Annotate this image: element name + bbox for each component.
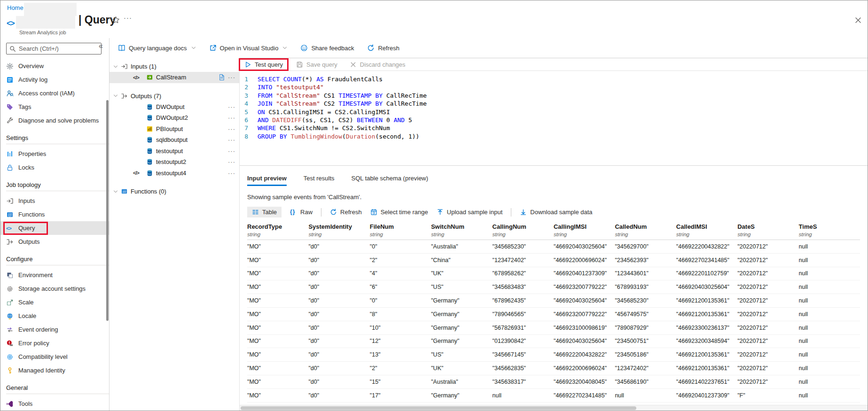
sidebar-item-properties[interactable]: Properties xyxy=(0,147,109,161)
close-blade-icon[interactable] xyxy=(854,16,862,24)
save-query-button[interactable]: Save query xyxy=(291,58,342,71)
tree-header-label: Functions (0) xyxy=(131,188,166,195)
table-cell: "234505186" xyxy=(615,351,676,358)
sidebar-item-locks[interactable]: Locks xyxy=(0,161,109,174)
table-cell: "466922000696024" xyxy=(554,365,615,372)
tree-item-testoutput2[interactable]: SQLtestoutput2··· xyxy=(109,156,239,168)
code-token xyxy=(287,132,291,140)
sidebar-item-locale[interactable]: Locale xyxy=(0,309,109,323)
sidebar-item-storage-account-settings[interactable]: Storage account settings xyxy=(0,282,109,295)
sidebar-item-activity-log[interactable]: Activity log xyxy=(0,73,109,86)
sidebar-item-access-control-iam[interactable]: Access control (IAM) xyxy=(0,86,109,100)
more-actions-icon[interactable]: ··· xyxy=(124,14,132,22)
sidebar-item-query[interactable]: <>Query xyxy=(0,221,109,235)
tab-input-preview[interactable]: Input preview xyxy=(247,175,287,186)
code-token: CallRecTime xyxy=(383,92,427,100)
item-menu-icon[interactable]: ··· xyxy=(228,147,235,155)
sidebar-item-error-policy[interactable]: Error policy xyxy=(0,336,109,350)
sidebar-item-managed-identity[interactable]: Managed Identity xyxy=(0,364,109,377)
preview-download-sample-data-button[interactable]: Download sample data xyxy=(520,209,592,216)
sidebar-scrollbar[interactable] xyxy=(106,100,109,321)
discard-x-icon xyxy=(350,61,357,68)
commandbar-label: Share feedback xyxy=(311,45,354,52)
tab-sql-table-schema-preview[interactable]: SQL table schema (preview) xyxy=(352,175,429,186)
sidebar-item-environment[interactable]: Environment xyxy=(0,268,109,282)
sidebar-item-label: Diagnose and solve problems xyxy=(18,117,99,124)
sql-code-editor[interactable]: 1SELECT COUNT(*) AS FraudulentCalls2INTO… xyxy=(240,71,868,166)
commandbar-share-feedback[interactable]: Share feedback xyxy=(300,44,354,52)
sidebar-item-tools[interactable]: Tools xyxy=(0,397,109,411)
search-input[interactable] xyxy=(19,45,98,52)
braces-icon: { } xyxy=(290,209,297,216)
discard-changes-button[interactable]: Discard changes xyxy=(345,58,410,71)
sidebar-item-outputs[interactable]: Outputs xyxy=(0,235,109,248)
query-editor-panel: Test query Save query Discard changes 1S… xyxy=(239,58,868,411)
section-divider xyxy=(6,394,109,394)
item-menu-icon[interactable]: ··· xyxy=(228,158,235,165)
sidebar-item-diagnose-and-solve-problems[interactable]: Diagnose and solve problems xyxy=(0,114,109,127)
table-cell: "20220712" xyxy=(737,243,798,250)
sidebar-item-event-ordering[interactable]: Event ordering xyxy=(0,323,109,336)
tree-item-callstream[interactable]: </>CallStream··· xyxy=(109,72,239,83)
table-cell: "MO" xyxy=(247,351,308,358)
preview-toolbar: Table{ }RawRefreshSelect time rangeUploa… xyxy=(247,207,868,217)
item-menu-icon[interactable]: ··· xyxy=(228,125,235,132)
save-query-label: Save query xyxy=(306,61,337,68)
commandbar-refresh[interactable]: Refresh xyxy=(367,44,399,52)
table-cell: "678993193" xyxy=(615,284,676,290)
item-menu-icon[interactable]: ··· xyxy=(228,114,235,121)
tree-item-sqldboutput[interactable]: SQLsqldboutput··· xyxy=(109,134,239,146)
tree-item-pbioutput[interactable]: PBIoutput··· xyxy=(109,124,239,135)
sidebar-item-inputs[interactable]: Inputs xyxy=(0,194,109,208)
sidebar-item-label: Access control (IAM) xyxy=(18,90,75,97)
tree-header-outputs-7[interactable]: Outputs (7) xyxy=(109,91,239,101)
test-query-button[interactable]: Test query xyxy=(239,58,289,71)
sidebar-item-label: Error policy xyxy=(18,340,49,347)
commandbar-query-language-docs[interactable]: Query language docs xyxy=(118,44,196,52)
scrollbar-thumb[interactable] xyxy=(241,406,636,410)
code-token: GROUP BY xyxy=(258,132,287,140)
sidebar-item-tags[interactable]: Tags xyxy=(0,100,109,114)
tree-item-label: DWOutput2 xyxy=(156,114,188,121)
sidebar-item-overview[interactable]: Overview xyxy=(0,59,109,73)
preview-raw-button[interactable]: { }Raw xyxy=(290,209,313,216)
item-menu-icon[interactable]: ··· xyxy=(228,136,235,143)
sidebar-item-scale[interactable]: Scale xyxy=(0,295,109,309)
table-cell: "MO" xyxy=(247,392,308,399)
chevron-down-icon xyxy=(113,64,118,69)
item-menu-icon[interactable]: ··· xyxy=(228,74,235,81)
tab-test-results[interactable]: Test results xyxy=(304,175,335,186)
refresh-icon xyxy=(330,209,337,216)
commandbar-open-in-visual-studio[interactable]: Open in Visual Studio xyxy=(209,44,288,52)
tree-header-inputs-1[interactable]: Inputs (1) xyxy=(109,61,239,72)
collapse-menu-icon[interactable]: « xyxy=(99,42,103,50)
table-cell: "20220712" xyxy=(737,257,798,264)
item-menu-icon[interactable]: ··· xyxy=(228,103,235,110)
sidebar-item-functions[interactable]: [f]Functions xyxy=(0,208,109,221)
tree-item-dwoutput[interactable]: SQLDWOutput··· xyxy=(109,101,239,113)
preview-refresh-button[interactable]: Refresh xyxy=(330,209,362,216)
table-cell: "d0" xyxy=(308,365,369,372)
table-cell: null xyxy=(493,392,554,399)
preview-table-button[interactable]: Table xyxy=(247,207,282,217)
horizontal-scrollbar[interactable] xyxy=(240,405,868,411)
item-menu-icon[interactable]: ··· xyxy=(228,170,235,177)
sidebar-item-compatibility-level[interactable]: Compatibility level xyxy=(0,350,109,364)
sidebar-item-label: Storage account settings xyxy=(18,285,86,292)
key-icon xyxy=(6,367,14,374)
favorite-star-icon[interactable] xyxy=(112,16,120,24)
preview-select-time-range-button[interactable]: Select time range xyxy=(370,209,428,216)
preview-upload-sample-input-button[interactable]: Upload sample input xyxy=(437,209,503,216)
tree-item-testoutput[interactable]: SQLtestoutput··· xyxy=(109,146,239,157)
table-cell: null xyxy=(799,257,860,264)
line-number: 1 xyxy=(240,75,258,83)
table-row: "MO""d0""15""Australia""345638317""46692… xyxy=(247,375,860,389)
tree-item-testoutput4[interactable]: </>SQLtestoutput4··· xyxy=(109,168,239,179)
code-token xyxy=(280,75,283,83)
table-cell: null xyxy=(799,325,860,331)
breadcrumb-home-link[interactable]: Home xyxy=(7,4,23,11)
code-token xyxy=(272,92,276,100)
tree-item-dwoutput2[interactable]: SQLDWOutput2··· xyxy=(109,112,239,124)
tree-header-functions-0[interactable]: [f]Functions (0) xyxy=(109,186,239,197)
discard-changes-label: Discard changes xyxy=(360,61,406,68)
